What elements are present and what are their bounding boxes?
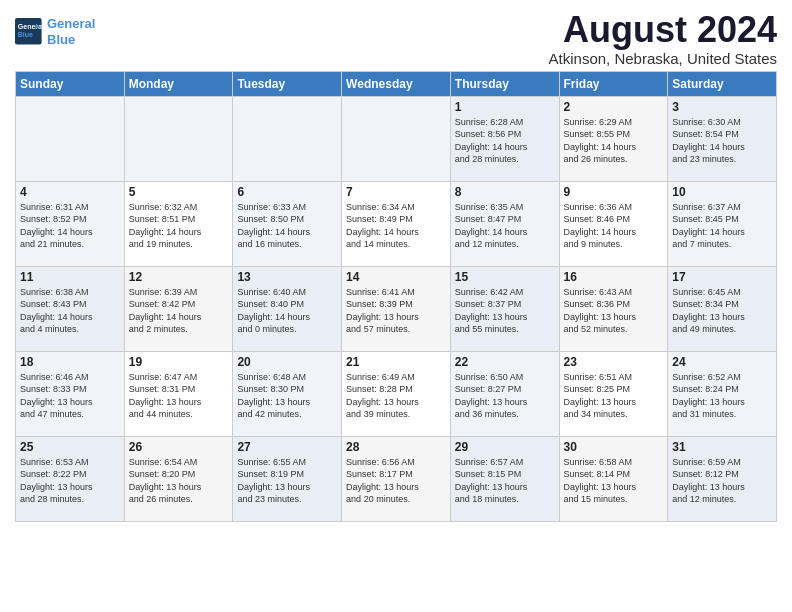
calendar-cell: 13Sunrise: 6:40 AM Sunset: 8:40 PM Dayli… (233, 266, 342, 351)
calendar-cell: 26Sunrise: 6:54 AM Sunset: 8:20 PM Dayli… (124, 436, 233, 521)
day-number: 3 (672, 100, 772, 114)
day-number: 29 (455, 440, 555, 454)
day-info: Sunrise: 6:30 AM Sunset: 8:54 PM Dayligh… (672, 116, 772, 166)
day-info: Sunrise: 6:53 AM Sunset: 8:22 PM Dayligh… (20, 456, 120, 506)
calendar-cell: 4Sunrise: 6:31 AM Sunset: 8:52 PM Daylig… (16, 181, 125, 266)
calendar-cell (342, 96, 451, 181)
day-info: Sunrise: 6:42 AM Sunset: 8:37 PM Dayligh… (455, 286, 555, 336)
day-info: Sunrise: 6:47 AM Sunset: 8:31 PM Dayligh… (129, 371, 229, 421)
calendar-cell: 21Sunrise: 6:49 AM Sunset: 8:28 PM Dayli… (342, 351, 451, 436)
day-info: Sunrise: 6:48 AM Sunset: 8:30 PM Dayligh… (237, 371, 337, 421)
day-number: 19 (129, 355, 229, 369)
day-number: 25 (20, 440, 120, 454)
calendar-cell: 18Sunrise: 6:46 AM Sunset: 8:33 PM Dayli… (16, 351, 125, 436)
day-info: Sunrise: 6:36 AM Sunset: 8:46 PM Dayligh… (564, 201, 664, 251)
day-info: Sunrise: 6:58 AM Sunset: 8:14 PM Dayligh… (564, 456, 664, 506)
day-number: 10 (672, 185, 772, 199)
day-number: 9 (564, 185, 664, 199)
calendar-cell: 9Sunrise: 6:36 AM Sunset: 8:46 PM Daylig… (559, 181, 668, 266)
calendar-week: 18Sunrise: 6:46 AM Sunset: 8:33 PM Dayli… (16, 351, 777, 436)
day-number: 21 (346, 355, 446, 369)
day-info: Sunrise: 6:56 AM Sunset: 8:17 PM Dayligh… (346, 456, 446, 506)
calendar-cell: 10Sunrise: 6:37 AM Sunset: 8:45 PM Dayli… (668, 181, 777, 266)
day-number: 4 (20, 185, 120, 199)
weekday-header: Friday (559, 71, 668, 96)
day-number: 6 (237, 185, 337, 199)
calendar-cell: 25Sunrise: 6:53 AM Sunset: 8:22 PM Dayli… (16, 436, 125, 521)
day-info: Sunrise: 6:59 AM Sunset: 8:12 PM Dayligh… (672, 456, 772, 506)
day-number: 16 (564, 270, 664, 284)
day-info: Sunrise: 6:38 AM Sunset: 8:43 PM Dayligh… (20, 286, 120, 336)
day-info: Sunrise: 6:57 AM Sunset: 8:15 PM Dayligh… (455, 456, 555, 506)
calendar-cell: 27Sunrise: 6:55 AM Sunset: 8:19 PM Dayli… (233, 436, 342, 521)
day-number: 15 (455, 270, 555, 284)
calendar-table: SundayMondayTuesdayWednesdayThursdayFrid… (15, 71, 777, 522)
day-number: 31 (672, 440, 772, 454)
day-info: Sunrise: 6:51 AM Sunset: 8:25 PM Dayligh… (564, 371, 664, 421)
svg-text:Blue: Blue (18, 30, 33, 37)
day-info: Sunrise: 6:43 AM Sunset: 8:36 PM Dayligh… (564, 286, 664, 336)
calendar-cell (233, 96, 342, 181)
calendar-cell: 29Sunrise: 6:57 AM Sunset: 8:15 PM Dayli… (450, 436, 559, 521)
calendar-cell: 22Sunrise: 6:50 AM Sunset: 8:27 PM Dayli… (450, 351, 559, 436)
weekday-header: Thursday (450, 71, 559, 96)
day-info: Sunrise: 6:28 AM Sunset: 8:56 PM Dayligh… (455, 116, 555, 166)
weekday-header: Saturday (668, 71, 777, 96)
day-number: 5 (129, 185, 229, 199)
day-info: Sunrise: 6:54 AM Sunset: 8:20 PM Dayligh… (129, 456, 229, 506)
header: General Blue General Blue August 2024 At… (15, 10, 777, 67)
calendar-cell: 6Sunrise: 6:33 AM Sunset: 8:50 PM Daylig… (233, 181, 342, 266)
day-number: 18 (20, 355, 120, 369)
calendar-cell: 30Sunrise: 6:58 AM Sunset: 8:14 PM Dayli… (559, 436, 668, 521)
day-number: 20 (237, 355, 337, 369)
header-row: SundayMondayTuesdayWednesdayThursdayFrid… (16, 71, 777, 96)
calendar-cell: 24Sunrise: 6:52 AM Sunset: 8:24 PM Dayli… (668, 351, 777, 436)
day-info: Sunrise: 6:33 AM Sunset: 8:50 PM Dayligh… (237, 201, 337, 251)
day-number: 28 (346, 440, 446, 454)
calendar-cell: 16Sunrise: 6:43 AM Sunset: 8:36 PM Dayli… (559, 266, 668, 351)
day-info: Sunrise: 6:40 AM Sunset: 8:40 PM Dayligh… (237, 286, 337, 336)
calendar-cell: 31Sunrise: 6:59 AM Sunset: 8:12 PM Dayli… (668, 436, 777, 521)
day-number: 8 (455, 185, 555, 199)
calendar-cell: 20Sunrise: 6:48 AM Sunset: 8:30 PM Dayli… (233, 351, 342, 436)
main-title: August 2024 (549, 10, 777, 50)
calendar-cell: 17Sunrise: 6:45 AM Sunset: 8:34 PM Dayli… (668, 266, 777, 351)
calendar-cell (124, 96, 233, 181)
calendar-week: 11Sunrise: 6:38 AM Sunset: 8:43 PM Dayli… (16, 266, 777, 351)
day-info: Sunrise: 6:39 AM Sunset: 8:42 PM Dayligh… (129, 286, 229, 336)
day-number: 7 (346, 185, 446, 199)
day-info: Sunrise: 6:41 AM Sunset: 8:39 PM Dayligh… (346, 286, 446, 336)
day-info: Sunrise: 6:55 AM Sunset: 8:19 PM Dayligh… (237, 456, 337, 506)
day-number: 11 (20, 270, 120, 284)
calendar-cell: 28Sunrise: 6:56 AM Sunset: 8:17 PM Dayli… (342, 436, 451, 521)
weekday-header: Sunday (16, 71, 125, 96)
day-info: Sunrise: 6:46 AM Sunset: 8:33 PM Dayligh… (20, 371, 120, 421)
day-info: Sunrise: 6:34 AM Sunset: 8:49 PM Dayligh… (346, 201, 446, 251)
day-number: 13 (237, 270, 337, 284)
day-info: Sunrise: 6:50 AM Sunset: 8:27 PM Dayligh… (455, 371, 555, 421)
day-number: 27 (237, 440, 337, 454)
svg-text:General: General (18, 22, 43, 29)
day-info: Sunrise: 6:49 AM Sunset: 8:28 PM Dayligh… (346, 371, 446, 421)
calendar-cell: 8Sunrise: 6:35 AM Sunset: 8:47 PM Daylig… (450, 181, 559, 266)
day-info: Sunrise: 6:37 AM Sunset: 8:45 PM Dayligh… (672, 201, 772, 251)
calendar-cell: 1Sunrise: 6:28 AM Sunset: 8:56 PM Daylig… (450, 96, 559, 181)
day-number: 1 (455, 100, 555, 114)
day-number: 23 (564, 355, 664, 369)
subtitle: Atkinson, Nebraska, United States (549, 50, 777, 67)
calendar-week: 25Sunrise: 6:53 AM Sunset: 8:22 PM Dayli… (16, 436, 777, 521)
day-number: 2 (564, 100, 664, 114)
calendar-cell: 14Sunrise: 6:41 AM Sunset: 8:39 PM Dayli… (342, 266, 451, 351)
calendar-cell: 5Sunrise: 6:32 AM Sunset: 8:51 PM Daylig… (124, 181, 233, 266)
calendar-week: 4Sunrise: 6:31 AM Sunset: 8:52 PM Daylig… (16, 181, 777, 266)
calendar-cell: 15Sunrise: 6:42 AM Sunset: 8:37 PM Dayli… (450, 266, 559, 351)
logo: General Blue General Blue (15, 16, 95, 47)
logo-text: General Blue (47, 16, 95, 47)
calendar-cell: 3Sunrise: 6:30 AM Sunset: 8:54 PM Daylig… (668, 96, 777, 181)
weekday-header: Wednesday (342, 71, 451, 96)
calendar-cell: 19Sunrise: 6:47 AM Sunset: 8:31 PM Dayli… (124, 351, 233, 436)
day-number: 17 (672, 270, 772, 284)
calendar-cell: 7Sunrise: 6:34 AM Sunset: 8:49 PM Daylig… (342, 181, 451, 266)
weekday-header: Monday (124, 71, 233, 96)
calendar-cell: 12Sunrise: 6:39 AM Sunset: 8:42 PM Dayli… (124, 266, 233, 351)
